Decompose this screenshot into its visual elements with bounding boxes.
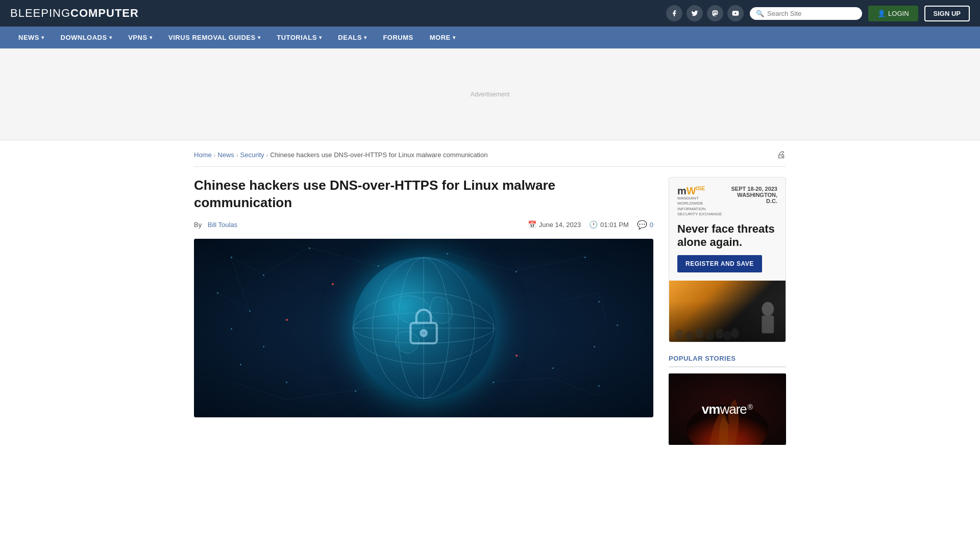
nav-downloads-caret: ▾ [109, 35, 112, 40]
calendar-icon: 📅 [528, 220, 536, 229]
mastodon-icon[interactable] [707, 5, 723, 21]
nav-more-caret: ▾ [453, 35, 456, 40]
globe-sphere [352, 257, 495, 399]
login-button[interactable]: 👤 LOGIN [868, 6, 918, 21]
main-container: Home › News › Security › Chinese hackers… [184, 140, 796, 455]
svg-line-6 [516, 257, 584, 271]
svg-point-23 [421, 330, 426, 336]
main-nav: NEWS ▾ DOWNLOADS ▾ VPNS ▾ VIRUS REMOVAL … [0, 27, 980, 48]
mandiant-date: SEPT 18-20, 2023 WASHINGTON, D.C. [729, 186, 777, 204]
search-input[interactable] [767, 10, 856, 17]
svg-point-31 [762, 302, 774, 316]
hero-image [194, 239, 653, 417]
youtube-icon[interactable] [727, 5, 744, 21]
nav-tutorials-caret: ▾ [319, 35, 322, 40]
svg-point-25 [685, 331, 694, 341]
signup-button[interactable]: SIGN UP [924, 6, 970, 21]
meta-right: 📅 June 14, 2023 🕐 01:01 PM 💬 0 [528, 220, 653, 230]
svg-line-12 [286, 390, 355, 399]
article-sidebar: mWISE MANDIANT WORLDWIDE INFORMATION SEC… [669, 177, 786, 445]
nav-vpns-caret: ▾ [150, 35, 153, 40]
mandiant-mw: W [687, 185, 696, 196]
svg-point-24 [675, 330, 683, 340]
globe-visual [352, 257, 495, 399]
svg-point-27 [705, 331, 714, 341]
nav-forums[interactable]: FORUMS [375, 27, 421, 48]
breadcrumb-sep-1: › [214, 152, 216, 158]
nav-virus-caret: ▾ [258, 35, 261, 40]
nav-tutorials[interactable]: TUTORIALS ▾ [268, 27, 330, 48]
vmware-logo-container: vmware ® [669, 373, 786, 445]
svg-line-15 [552, 378, 598, 396]
breadcrumb-home[interactable]: Home [194, 151, 212, 159]
print-icon[interactable]: 🖨 [777, 149, 786, 160]
facebook-icon[interactable] [666, 5, 682, 21]
svg-point-28 [716, 329, 724, 339]
popular-story-vmware[interactable]: vmware ® [669, 373, 786, 445]
nav-news-caret: ▾ [41, 35, 44, 40]
site-logo[interactable]: BLEEPINGCOMPUTER [10, 7, 139, 20]
twitter-icon[interactable] [687, 5, 703, 21]
author-link[interactable]: Bill Toulas [208, 221, 237, 229]
sidebar-ad-inner: mWISE MANDIANT WORLDWIDE INFORMATION SEC… [669, 178, 786, 281]
breadcrumb-bar: Home › News › Security › Chinese hackers… [194, 140, 786, 167]
svg-line-10 [598, 292, 607, 324]
breadcrumb-sep-2: › [236, 152, 238, 158]
article-layout: Chinese hackers use DNS-over-HTTPS for L… [194, 167, 786, 455]
vmware-text: vmware ® [702, 402, 753, 417]
popular-stories-title: POPULAR STORIES [669, 355, 786, 367]
comment-icon: 💬 [637, 220, 647, 230]
site-header: BLEEPINGCOMPUTER 🔍 👤 LOGIN SIGN UP [0, 0, 980, 27]
svg-point-26 [696, 329, 704, 339]
logo-plain: BLEEPING [10, 7, 70, 19]
breadcrumb-news[interactable]: News [217, 151, 234, 159]
comment-number: 0 [650, 221, 653, 229]
search-bar: 🔍 [750, 7, 862, 20]
breadcrumb-sep-3: › [266, 152, 268, 158]
register-button[interactable]: REGISTER AND SAVE [677, 255, 762, 272]
article-time: 🕐 01:01 PM [589, 220, 629, 229]
svg-line-2 [263, 247, 309, 274]
nav-news[interactable]: NEWS ▾ [10, 27, 53, 48]
breadcrumb-security[interactable]: Security [240, 151, 264, 159]
social-icons [666, 5, 744, 21]
svg-line-8 [231, 257, 249, 310]
header-right: 🔍 👤 LOGIN SIGN UP [666, 5, 970, 21]
nav-virus-removal[interactable]: VIRUS REMOVAL GUIDES ▾ [160, 27, 268, 48]
breadcrumb-current: Chinese hackers use DNS-over-HTTPS for L… [270, 151, 487, 159]
svg-line-14 [493, 378, 552, 382]
time-value: 01:01 PM [600, 221, 629, 229]
svg-rect-32 [762, 316, 774, 334]
ad-tagline: Never face threats alone again. [677, 222, 777, 249]
svg-line-1 [231, 257, 263, 274]
search-icon: 🔍 [756, 10, 764, 17]
mandiant-logo-area: mWISE MANDIANT WORLDWIDE INFORMATION SEC… [677, 186, 777, 217]
svg-line-9 [561, 292, 598, 301]
article-title: Chinese hackers use DNS-over-HTTPS for L… [194, 177, 653, 212]
article-date: 📅 June 14, 2023 [528, 220, 581, 229]
nav-vpns[interactable]: VPNS ▾ [120, 27, 160, 48]
logo-bold: COMPUTER [70, 7, 139, 19]
nav-deals[interactable]: DEALS ▾ [330, 27, 375, 48]
date-value: June 14, 2023 [539, 221, 581, 229]
conference-image [669, 281, 786, 342]
breadcrumb: Home › News › Security › Chinese hackers… [194, 151, 487, 159]
svg-point-29 [723, 331, 731, 341]
ad-banner: Advertisement [0, 48, 980, 140]
article-meta: By Bill Toulas 📅 June 14, 2023 🕐 01:01 P… [194, 220, 653, 230]
clock-icon: 🕐 [589, 220, 598, 229]
popular-stories: POPULAR STORIES [669, 355, 786, 445]
user-icon: 👤 [877, 10, 886, 17]
nav-downloads[interactable]: DOWNLOADS ▾ [53, 27, 120, 48]
nav-deals-caret: ▾ [364, 35, 367, 40]
svg-line-7 [217, 292, 249, 310]
ad-banner-text: Advertisement [471, 91, 510, 98]
svg-point-30 [731, 329, 739, 339]
nav-more[interactable]: MORE ▾ [422, 27, 464, 48]
by-label: By [194, 221, 202, 229]
hero-image-bg [194, 239, 653, 417]
sidebar-ad: mWISE MANDIANT WORLDWIDE INFORMATION SEC… [669, 177, 786, 342]
comment-count[interactable]: 💬 0 [637, 220, 653, 230]
article-author: By Bill Toulas [194, 221, 237, 229]
mandiant-logo: mWISE MANDIANT WORLDWIDE INFORMATION SEC… [677, 186, 724, 217]
